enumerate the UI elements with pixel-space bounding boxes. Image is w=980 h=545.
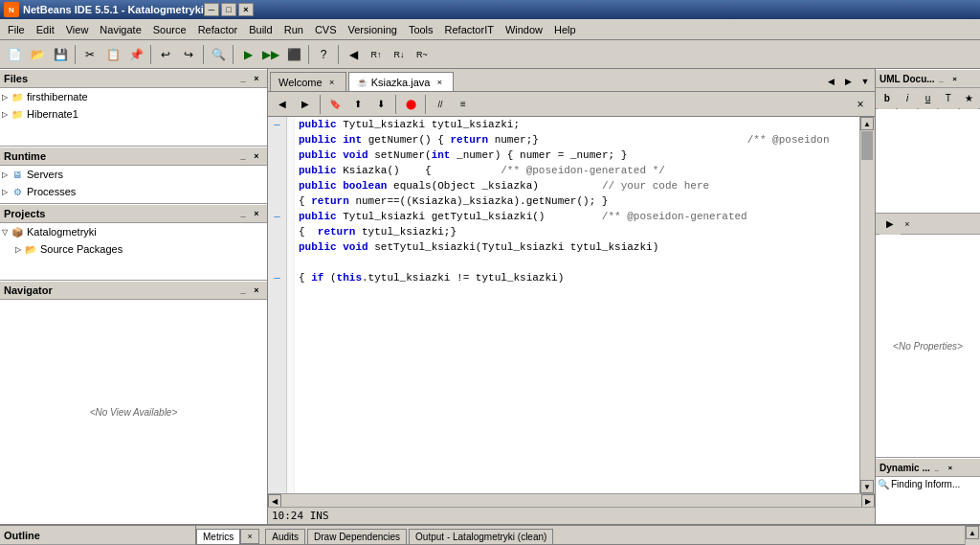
files-item-hibernate[interactable]: ▷ 📁 Hibernate1 — [0, 105, 267, 123]
tab-welcome[interactable]: Welcome × — [270, 72, 346, 91]
tab-ksiazka[interactable]: ☕ Ksiazka.java × — [348, 72, 455, 91]
uml-minimize[interactable]: _ — [935, 72, 948, 85]
menu-item-help[interactable]: Help — [548, 19, 582, 39]
refactor-button[interactable]: R↓ — [389, 44, 410, 65]
navigator-minimize[interactable]: _ — [236, 284, 250, 297]
open-button[interactable]: 📂 — [27, 44, 48, 65]
project-katalog-label[interactable]: Katalogmetryki — [27, 226, 97, 238]
tab-metrics[interactable]: Metrics — [196, 529, 240, 544]
menu-item-versioning[interactable]: Versioning — [343, 19, 403, 39]
menu-item-edit[interactable]: Edit — [31, 19, 60, 39]
tab-draw-deps[interactable]: Draw Dependencies — [307, 529, 407, 544]
tab-left-button[interactable]: ◀ — [823, 74, 838, 89]
help-button[interactable]: ? — [313, 44, 334, 65]
files-item-hibernate-label[interactable]: Hibernate1 — [27, 108, 78, 120]
tab-output[interactable]: Output - Latalogmetryki (clean) — [409, 529, 553, 544]
maximize-button[interactable]: □ — [221, 3, 236, 16]
uml-italic[interactable]: i — [898, 88, 916, 109]
cut-button[interactable]: ✂ — [79, 44, 100, 65]
tab-welcome-close[interactable]: × — [326, 77, 338, 88]
dynamic-minimize[interactable]: _ — [930, 461, 944, 474]
runtime-processes[interactable]: ▷ ⚙ Processes — [0, 183, 267, 200]
code-editor[interactable]: public Tytul_ksiazki tytul_ksiazki; publ… — [295, 117, 859, 493]
format-button[interactable]: ≡ — [453, 94, 474, 115]
tab-ksiazka-close[interactable]: × — [434, 77, 445, 88]
fwd-nav-button[interactable]: ▶ — [295, 94, 316, 115]
run-button[interactable]: ▶▶ — [260, 44, 281, 65]
menu-item-view[interactable]: View — [60, 19, 95, 39]
bottom-vscroll-up[interactable]: ▲ — [966, 526, 979, 539]
hscroll-right[interactable]: ▶ — [861, 494, 875, 508]
menu-item-window[interactable]: Window — [500, 19, 548, 39]
bottom-vscroll-track[interactable] — [966, 539, 980, 545]
prev-bookmark[interactable]: ⬆ — [347, 94, 368, 115]
bottom-vscroll[interactable]: ▲ ▼ — [965, 526, 980, 545]
et-close[interactable]: × — [850, 94, 871, 115]
project-katalog[interactable]: ▽ 📦 Katalogmetryki — [0, 223, 267, 240]
projects-minimize[interactable]: _ — [236, 207, 250, 220]
paste-button[interactable]: 📌 — [125, 44, 146, 65]
uml-close[interactable]: × — [948, 72, 962, 85]
runtime-servers-label[interactable]: Servers — [27, 169, 63, 180]
undo-button[interactable]: ↩ — [155, 44, 176, 65]
refactor2-button[interactable]: R~ — [412, 44, 433, 65]
comment-button[interactable]: // — [430, 94, 451, 115]
tab-audits[interactable]: Audits — [265, 529, 305, 544]
vscroll-up[interactable]: ▲ — [860, 117, 874, 130]
runtime-minimize[interactable]: _ — [236, 149, 250, 163]
runtime-servers[interactable]: ▷ 🖥 Servers — [0, 166, 267, 183]
save-button[interactable]: 💾 — [50, 44, 71, 65]
tab-right-button[interactable]: ▶ — [840, 74, 856, 89]
menu-item-navigate[interactable]: Navigate — [94, 19, 146, 39]
close-button[interactable]: × — [238, 3, 254, 16]
editor-hscroll[interactable]: ◀ ▶ — [268, 493, 875, 507]
hscroll-left[interactable]: ◀ — [268, 494, 281, 508]
props-run[interactable]: ▶ — [880, 214, 901, 235]
tab-menu-button[interactable]: ▼ — [858, 74, 873, 89]
next-bookmark[interactable]: ⬇ — [370, 94, 391, 115]
toggle-bookmark[interactable]: 🔖 — [324, 94, 345, 115]
files-expand[interactable]: ▷ 📁 firsthibernate — [0, 88, 267, 105]
debug-button[interactable]: ⬛ — [283, 44, 304, 65]
files-minimize[interactable]: _ — [236, 72, 250, 85]
menu-item-cvs[interactable]: CVS — [309, 19, 343, 39]
props-close[interactable]: × — [901, 217, 914, 231]
minimize-button[interactable]: ─ — [204, 3, 219, 16]
files-item-firsthibernate[interactable]: firsthibernate — [27, 91, 88, 102]
editor-inner: ─ ─ ─ public Tytul_ksiazki tytul_ksia — [268, 117, 875, 493]
uml-extra2[interactable]: ★ — [960, 88, 978, 109]
project-source-label[interactable]: Source Packages — [40, 243, 122, 255]
navigator-close[interactable]: × — [250, 284, 263, 297]
back-button[interactable]: ◀ — [343, 44, 364, 65]
projects-close[interactable]: × — [250, 207, 263, 220]
menu-item-refactor[interactable]: Refactor — [192, 19, 244, 39]
metrics-close[interactable]: × — [240, 529, 259, 544]
search-button[interactable]: 🔍 — [208, 44, 229, 65]
menu-item-run[interactable]: Run — [278, 19, 309, 39]
copy-button[interactable]: 📋 — [102, 44, 123, 65]
toggle-breakpoint[interactable]: ⬤ — [400, 94, 421, 115]
uml-underline[interactable]: u — [919, 88, 937, 109]
files-close[interactable]: × — [250, 72, 263, 85]
vscroll-down[interactable]: ▼ — [860, 480, 874, 493]
menu-item-tools[interactable]: Tools — [403, 19, 439, 39]
uml-bold[interactable]: b — [878, 88, 896, 109]
back-nav-button[interactable]: ◀ — [272, 94, 293, 115]
vscroll-thumb[interactable] — [861, 131, 873, 160]
menu-item-file[interactable]: File — [2, 19, 31, 39]
redo-button[interactable]: ↪ — [178, 44, 199, 65]
hscroll-track[interactable] — [281, 494, 861, 507]
dynamic-close[interactable]: × — [944, 461, 957, 474]
menu-item-build[interactable]: Build — [243, 19, 278, 39]
uml-extra1[interactable]: T — [939, 88, 957, 109]
project-source[interactable]: ▷ 📂 Source Packages — [0, 240, 267, 258]
runtime-processes-label[interactable]: Processes — [27, 186, 76, 197]
vscroll-track[interactable] — [860, 130, 875, 480]
editor-vscroll[interactable]: ▲ ▼ — [859, 117, 875, 493]
menu-item-refactorit[interactable]: RefactorIT — [439, 19, 500, 39]
runtime-close[interactable]: × — [250, 149, 263, 163]
build-button[interactable]: ▶ — [237, 44, 258, 65]
menu-item-source[interactable]: Source — [147, 19, 192, 39]
new-button[interactable]: 📄 — [4, 44, 25, 65]
forward-button[interactable]: R↑ — [366, 44, 387, 65]
